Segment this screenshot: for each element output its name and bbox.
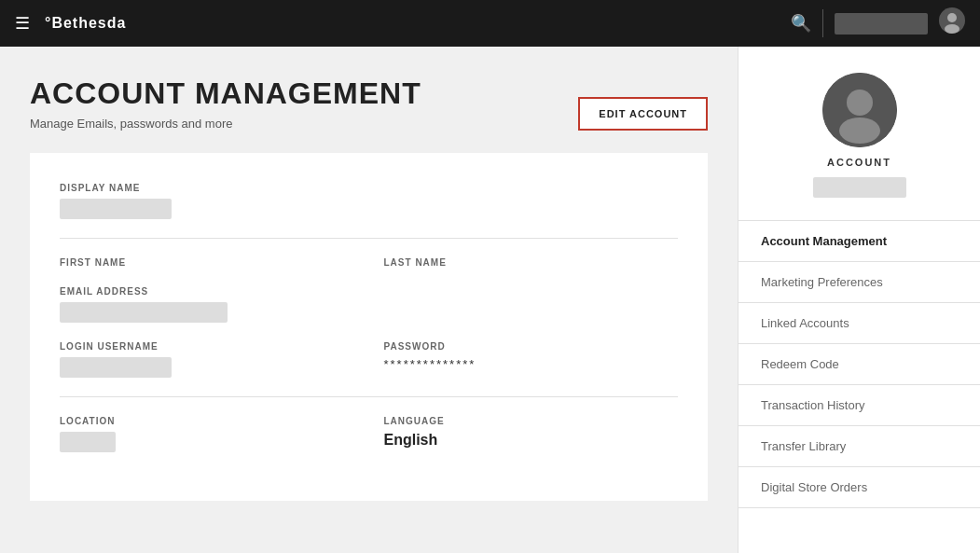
main-content: Account Management Manage Emails, passwo… xyxy=(0,47,738,553)
credentials-row: LOGIN USERNAME PASSWORD ************** xyxy=(60,341,678,378)
svg-point-4 xyxy=(847,90,873,116)
svg-point-1 xyxy=(947,13,957,22)
last-name-label: LAST NAME xyxy=(384,257,679,268)
svg-point-2 xyxy=(945,24,959,34)
top-navigation: ☰ °Bethesda 🔍 xyxy=(0,0,980,47)
search-icon[interactable]: 🔍 xyxy=(791,13,811,34)
password-value: ************** xyxy=(384,357,679,371)
avatar xyxy=(822,73,897,147)
sidebar-item-linked-accounts[interactable]: Linked Accounts xyxy=(738,303,980,344)
account-form-card: DISPLAY NAME FIRST NAME LAST NAME EMAIL … xyxy=(30,153,708,501)
nav-divider xyxy=(822,9,823,37)
sidebar: ACCOUNT Account Management Marketing Pre… xyxy=(738,47,980,553)
username-label: LOGIN USERNAME xyxy=(60,341,354,352)
edit-account-button[interactable]: EDIT ACCOUNT xyxy=(578,97,708,131)
sidebar-item-digital-store-orders[interactable]: Digital Store Orders xyxy=(738,467,980,508)
email-value xyxy=(60,302,228,323)
form-divider-2 xyxy=(60,396,678,397)
locale-row: LOCATION LANGUAGE English xyxy=(60,416,678,452)
language-value: English xyxy=(384,432,679,449)
location-value xyxy=(60,432,116,452)
sidebar-item-transaction-history[interactable]: Transaction History xyxy=(738,385,980,426)
display-name-group: DISPLAY NAME xyxy=(60,183,678,219)
search-input[interactable] xyxy=(835,13,928,35)
language-group: LANGUAGE English xyxy=(384,416,679,452)
last-name-group: LAST NAME xyxy=(384,257,679,268)
svg-point-5 xyxy=(839,118,880,144)
location-group: LOCATION xyxy=(60,416,354,452)
sidebar-item-marketing-preferences[interactable]: Marketing Preferences xyxy=(738,262,980,303)
location-label: LOCATION xyxy=(60,416,354,426)
page-layout: Account Management Manage Emails, passwo… xyxy=(0,47,980,553)
name-row: FIRST NAME LAST NAME xyxy=(60,257,678,268)
username-value xyxy=(60,357,172,378)
username-group: LOGIN USERNAME xyxy=(60,341,354,378)
form-divider-1 xyxy=(60,238,678,239)
first-name-group: FIRST NAME xyxy=(60,257,354,268)
user-avatar-icon[interactable] xyxy=(939,7,965,39)
sidebar-username-bar xyxy=(813,177,906,198)
password-group: PASSWORD ************** xyxy=(384,341,679,378)
display-name-label: DISPLAY NAME xyxy=(60,183,678,193)
brand-logo: °Bethesda xyxy=(45,15,126,32)
nav-left: ☰ °Bethesda xyxy=(15,13,126,34)
sidebar-item-redeem-code[interactable]: Redeem Code xyxy=(738,344,980,385)
sidebar-nav: Account Management Marketing Preferences… xyxy=(738,220,980,508)
email-group: EMAIL ADDRESS xyxy=(60,286,678,323)
display-name-value xyxy=(60,199,172,219)
sidebar-item-transfer-library[interactable]: Transfer Library xyxy=(738,426,980,467)
sidebar-item-account-management[interactable]: Account Management xyxy=(738,221,980,262)
hamburger-icon[interactable]: ☰ xyxy=(15,13,30,34)
first-name-label: FIRST NAME xyxy=(60,257,354,268)
sidebar-account-label: ACCOUNT xyxy=(827,157,891,168)
language-label: LANGUAGE xyxy=(384,416,679,426)
nav-right: 🔍 xyxy=(791,7,965,39)
password-label: PASSWORD xyxy=(384,341,679,352)
email-label: EMAIL ADDRESS xyxy=(60,286,678,297)
